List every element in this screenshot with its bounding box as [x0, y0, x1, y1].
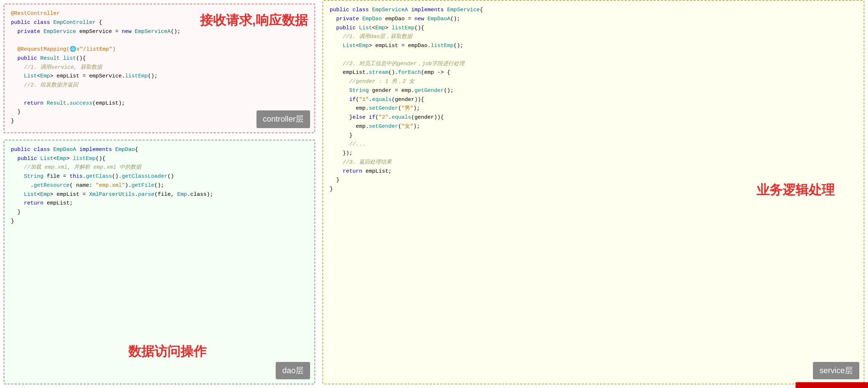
right-panel: public class EmpServiceA implements EmpS…: [319, 0, 868, 388]
service-code-box: public class EmpServiceA implements EmpS…: [322, 0, 864, 384]
service-annotation: 业务逻辑处理: [756, 179, 835, 201]
left-panel: 接收请求,响应数据 @RestController public class E…: [0, 0, 319, 388]
dao-badge: dao层: [276, 362, 310, 379]
dao-annotation: 数据访问操作: [128, 341, 206, 362]
controller-badge: controller层: [256, 110, 310, 128]
controller-code-box: 接收请求,响应数据 @RestController public class E…: [4, 4, 315, 133]
service-badge: service层: [813, 362, 859, 379]
bottom-red-bar: [796, 382, 868, 388]
controller-annotation: 接收请求,响应数据: [200, 9, 308, 31]
dao-code-box: public class EmpDaoA implements EmpDao{ …: [4, 140, 315, 384]
